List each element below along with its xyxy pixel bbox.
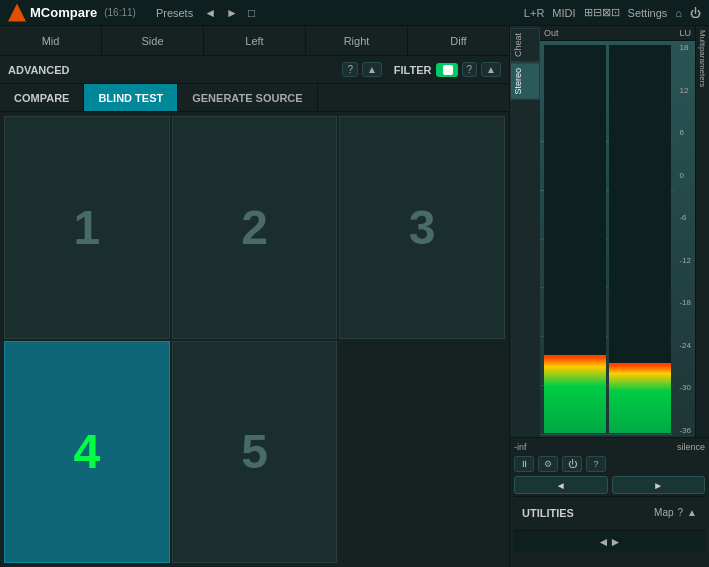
right-panel: Cheat Stereo Out LU <box>509 26 709 567</box>
main-wrapper: Mid Side Left Right Diff ADVANCED ? ▲ <box>0 26 709 567</box>
meter-bars: Out LU <box>540 26 695 437</box>
cell-number-1: 1 <box>73 200 100 255</box>
logo-icon <box>8 4 26 22</box>
nav-box-icon[interactable]: □ <box>245 5 258 21</box>
meter-scale: 18 12 6 0 -6 -12 -18 -24 -30 -36 <box>540 41 695 437</box>
tab-side[interactable]: Side <box>102 26 204 55</box>
tab-diff[interactable]: Diff <box>408 26 509 55</box>
meter-fill-left <box>544 355 606 433</box>
cell-number-4: 4 <box>73 424 100 479</box>
advanced-arrow-btn[interactable]: ▲ <box>362 62 382 77</box>
presets-button[interactable]: Presets <box>156 7 193 19</box>
compare-tab-compare[interactable]: COMPARE <box>0 84 84 111</box>
grid-cell-3[interactable]: 3 <box>339 116 505 339</box>
app-title: MCompare <box>30 5 97 20</box>
tab-right[interactable]: Right <box>306 26 408 55</box>
grid-cell-5[interactable]: 5 <box>172 341 338 564</box>
compare-tabs-row: COMPARE BLIND TEST GENERATE SOURCE <box>0 84 509 112</box>
utilities-help-btn[interactable]: ? <box>678 507 684 518</box>
tab-mid[interactable]: Mid <box>0 26 102 55</box>
meter-nav-row: ◄ ► <box>514 476 705 494</box>
settings-button[interactable]: ⚙ <box>538 456 558 472</box>
advanced-row: ADVANCED ? ▲ FILTER ? ▲ <box>0 56 509 84</box>
settings-icon: ⚙ <box>544 459 552 469</box>
meter-inf-label: -inf <box>514 442 527 452</box>
bottom-arrow[interactable]: ◄► <box>598 535 622 549</box>
nav-arrows: ◄ ► □ <box>201 5 258 21</box>
app-version: (16:11) <box>104 7 136 18</box>
settings-label[interactable]: Settings <box>628 7 668 19</box>
title-bar: MCompare (16:11) Presets ◄ ► □ L+R MIDI … <box>0 0 709 26</box>
nav-left-arrow[interactable]: ◄ <box>201 5 219 21</box>
lr-label[interactable]: L+R <box>524 7 545 19</box>
cell-number-3: 3 <box>409 200 436 255</box>
meter-scale-labels: 18 12 6 0 -6 -12 -18 -24 -30 -36 <box>679 41 691 437</box>
filter-label: FILTER <box>394 64 432 76</box>
meter-silence-label: silence <box>677 442 705 452</box>
nav-left-icon: ◄ <box>556 480 566 491</box>
utilities-map-label: Map <box>654 507 673 518</box>
nav-right-arrow[interactable]: ► <box>223 5 241 21</box>
filter-row: FILTER ? ▲ <box>394 62 501 77</box>
left-panel: Mid Side Left Right Diff ADVANCED ? ▲ <box>0 26 509 567</box>
tabs-row: Mid Side Left Right Diff <box>0 26 509 56</box>
advanced-help-btn[interactable]: ? <box>342 62 358 77</box>
logo-area: MCompare (16:11) <box>8 4 136 22</box>
settings-icons: ⊞⊟⊠⊡ <box>584 6 620 19</box>
meter-fill-right <box>609 363 671 433</box>
grid-area: 1 2 3 4 5 <box>0 112 509 567</box>
meter-nav-left[interactable]: ◄ <box>514 476 608 494</box>
cheat-btn[interactable]: Cheat <box>510 28 540 62</box>
lu-label: LU <box>679 28 691 38</box>
meter-bottom-controls: -inf silence ⏸ ⚙ ⏻ ? <box>510 437 709 567</box>
pause-button[interactable]: ⏸ <box>514 456 534 472</box>
stereo-btn[interactable]: Stereo <box>510 63 540 100</box>
tab-left[interactable]: Left <box>204 26 306 55</box>
cell-number-2: 2 <box>241 200 268 255</box>
meter-header: Out LU <box>540 26 695 41</box>
title-right-controls: L+R MIDI ⊞⊟⊠⊡ Settings ⌂ ⏻ <box>524 6 701 19</box>
grid-cell-1[interactable]: 1 <box>4 116 170 339</box>
adv-controls: ? ▲ <box>342 62 381 77</box>
meter-icons-row: ⏸ ⚙ ⏻ ? <box>514 456 705 472</box>
grid-cell-2[interactable]: 2 <box>172 116 338 339</box>
utilities-label: UTILITIES <box>522 507 574 519</box>
bottom-bar: ◄► <box>514 530 705 552</box>
nav-right-icon: ► <box>653 480 663 491</box>
question-icon: ? <box>593 459 598 469</box>
meter-bar-right <box>609 45 671 433</box>
compare-tab-blind-test[interactable]: BLIND TEST <box>84 84 178 111</box>
power-button[interactable]: ⏻ <box>562 456 582 472</box>
multiparameters-label: Multiparameters <box>695 26 709 437</box>
midi-label[interactable]: MIDI <box>552 7 575 19</box>
filter-help-btn[interactable]: ? <box>462 62 478 77</box>
help-button[interactable]: ? <box>586 456 606 472</box>
utilities-right: Map ? ▲ <box>654 507 697 518</box>
utilities-section: UTILITIES Map ? ▲ <box>514 496 705 528</box>
filter-arrow-btn[interactable]: ▲ <box>481 62 501 77</box>
utilities-arrow-btn[interactable]: ▲ <box>687 507 697 518</box>
vert-labels-left: Cheat Stereo <box>510 26 540 437</box>
filter-toggle[interactable] <box>436 63 458 77</box>
pause-icon: ⏸ <box>520 459 529 469</box>
out-label: Out <box>544 28 559 38</box>
filter-toggle-dot <box>443 65 453 75</box>
meter-area: Cheat Stereo Out LU <box>510 26 709 567</box>
meter-bar-left <box>544 45 606 433</box>
power-icon-meter: ⏻ <box>568 459 577 469</box>
advanced-label: ADVANCED <box>8 64 342 76</box>
meter-top: Cheat Stereo Out LU <box>510 26 709 437</box>
cell-number-5: 5 <box>241 424 268 479</box>
home-icon[interactable]: ⌂ <box>675 7 682 19</box>
compare-tab-generate[interactable]: GENERATE SOURCE <box>178 84 317 111</box>
meter-value-row: -inf silence <box>514 442 705 452</box>
meter-nav-right[interactable]: ► <box>612 476 706 494</box>
grid-cell-4[interactable]: 4 <box>4 341 170 564</box>
power-icon-title[interactable]: ⏻ <box>690 7 701 19</box>
